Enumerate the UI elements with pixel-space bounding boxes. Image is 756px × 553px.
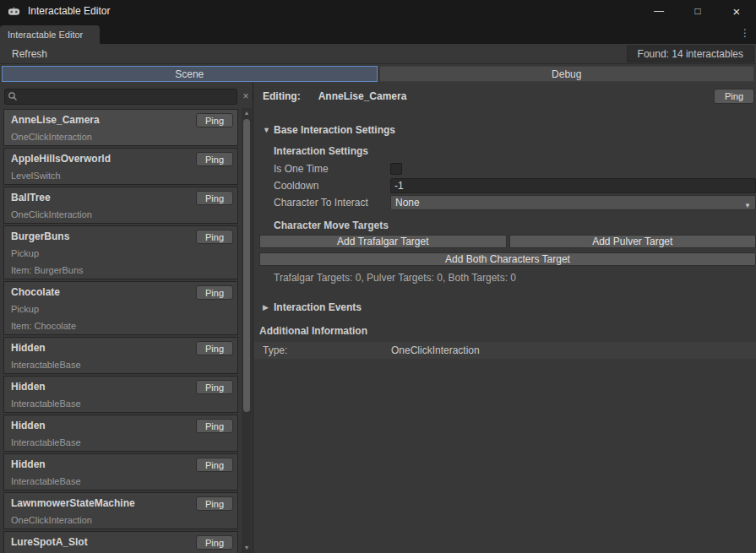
item-subtitle: OneClickInteraction [11, 131, 231, 143]
interaction-events-foldout[interactable]: ▶ Interaction Events [263, 301, 756, 314]
close-icon[interactable]: × [717, 0, 756, 22]
ping-button[interactable]: Ping [196, 341, 233, 355]
tab-debug[interactable]: Debug [379, 66, 755, 82]
interaction-settings-section: Interaction Settings Is One Time Cooldow… [274, 144, 756, 285]
character-to-interact-row: Character To Interact None ▼ [274, 194, 756, 211]
interactable-list: Ping AnneLise_Camera OneClickInteraction… [0, 108, 242, 553]
type-row: Type: OneClickInteraction [254, 342, 756, 359]
add-both-characters-target-button[interactable]: Add Both Characters Target [259, 252, 756, 266]
ping-button[interactable]: Ping [196, 496, 233, 511]
interactable-editor-window: Interactable Editor — □ × Interactable E… [0, 0, 756, 553]
cooldown-field[interactable] [390, 178, 756, 193]
item-subtitle: Pickup [11, 303, 231, 315]
type-value: OneClickInteraction [391, 344, 480, 356]
clear-search-icon[interactable]: × [240, 89, 252, 105]
editing-label: Editing: [263, 90, 301, 102]
interaction-settings-header: Interaction Settings [274, 144, 756, 159]
scene-list-panel: × Ping AnneLise_Camera OneClickInteracti… [0, 82, 253, 553]
search-input[interactable] [4, 89, 237, 105]
additional-information-header: Additional Information [259, 323, 756, 339]
dropdown-value: None [395, 197, 420, 209]
list-item[interactable]: Ping AnneLise_Camera OneClickInteraction [3, 109, 238, 146]
item-subtitle: Item: BurgerBuns [11, 264, 231, 276]
cooldown-row: Cooldown [274, 177, 756, 194]
list-item[interactable]: Ping Hidden InteractableBase [3, 415, 238, 452]
list-item[interactable]: Ping BallTree OneClickInteraction [3, 187, 238, 224]
type-label: Type: [263, 344, 391, 356]
item-subtitle: OneClickInteraction [11, 209, 231, 220]
target-buttons-row: Add Trafalgar Target Add Pulver Target [259, 235, 756, 248]
search-icon [8, 91, 18, 101]
add-pulver-target-button[interactable]: Add Pulver Target [509, 235, 756, 248]
foldout-label: Interaction Events [274, 301, 362, 313]
item-subtitle: Pickup [11, 247, 231, 259]
refresh-button[interactable]: Refresh [5, 46, 54, 62]
minimize-icon[interactable]: — [639, 0, 678, 22]
window-title: Interactable Editor [28, 5, 110, 17]
scrollbar-up-icon[interactable]: ▲ [242, 108, 252, 117]
targets-summary: Trafalgar Targets: 0, Pulver Targets: 0,… [274, 272, 756, 285]
foldout-open-icon: ▼ [263, 126, 274, 134]
search-row: × [0, 82, 253, 107]
is-one-time-checkbox[interactable] [390, 163, 402, 175]
ping-button[interactable]: Ping [196, 285, 233, 300]
ping-button[interactable]: Ping [196, 152, 233, 166]
inspector-panel: Editing: AnneLise_Camera Ping ▼ Base Int… [254, 82, 756, 553]
list-item[interactable]: Ping BurgerBuns PickupItem: BurgerBuns [3, 225, 238, 279]
foldout-closed-icon: ▶ [263, 303, 274, 312]
list-item[interactable]: Ping AppleHillsOverworld LevelSwitch [3, 148, 238, 185]
list-item[interactable]: Ping LawnmowerStateMachine OneClickInter… [3, 492, 238, 529]
view-tabs: Scene Debug [0, 66, 756, 82]
is-one-time-label: Is One Time [274, 163, 390, 175]
editing-row: Editing: AnneLise_Camera Ping [259, 88, 756, 105]
item-subtitle: InteractableBase [11, 398, 231, 409]
ping-button[interactable]: Ping [196, 535, 233, 550]
list-item[interactable]: Ping LureSpotA_Slot OneClickInteraction [3, 531, 238, 553]
list-item[interactable]: Ping Chocolate PickupItem: Chocolate [3, 281, 238, 335]
scrollbar-down-icon[interactable]: ▼ [242, 543, 252, 552]
ping-button[interactable]: Ping [196, 230, 233, 244]
item-subtitle: LevelSwitch [11, 170, 231, 182]
list-item[interactable]: Ping Hidden InteractableBase [3, 376, 238, 413]
titlebar: Interactable Editor — □ × [0, 0, 756, 22]
base-settings-foldout[interactable]: ▼ Base Interaction Settings [263, 123, 756, 137]
chevron-down-icon: ▼ [744, 199, 751, 213]
ping-button[interactable]: Ping [196, 419, 233, 433]
list-item[interactable]: Ping Hidden InteractableBase [3, 337, 238, 374]
both-target-button-row: Add Both Characters Target [259, 252, 756, 266]
editing-value: AnneLise_Camera [318, 90, 407, 102]
tab-scene[interactable]: Scene [2, 66, 378, 82]
item-subtitle: InteractableBase [11, 436, 231, 448]
maximize-icon[interactable]: □ [678, 0, 717, 22]
item-subtitle: OneClickInteraction [11, 514, 231, 526]
ping-button[interactable]: Ping [196, 380, 233, 394]
item-subtitle: InteractableBase [11, 359, 231, 371]
editor-tabbar: Interactable Editor ⋮ [0, 22, 756, 44]
list-scrollbar[interactable]: ▲ ▼ [242, 108, 252, 553]
cooldown-label: Cooldown [274, 180, 390, 192]
is-one-time-row: Is One Time [274, 160, 756, 177]
inspector-ping-button[interactable]: Ping [714, 89, 754, 104]
character-to-interact-label: Character To Interact [274, 197, 390, 209]
scrollbar-thumb[interactable] [243, 119, 250, 412]
window-controls: — □ × [639, 0, 756, 22]
menu-icon[interactable]: ⋮ [738, 26, 752, 40]
ping-button[interactable]: Ping [196, 191, 233, 205]
character-to-interact-dropdown[interactable]: None ▼ [390, 195, 756, 210]
ping-button[interactable]: Ping [196, 458, 233, 472]
foldout-label: Base Interaction Settings [274, 124, 395, 136]
move-targets-header: Character Move Targets [274, 218, 756, 233]
add-trafalgar-target-button[interactable]: Add Trafalgar Target [259, 235, 507, 248]
toolbar: Refresh Found: 14 interactables [0, 44, 756, 64]
app-icon [8, 5, 20, 18]
item-subtitle: InteractableBase [11, 475, 231, 487]
list-item[interactable]: Ping Hidden InteractableBase [3, 453, 238, 491]
tab-interactable-editor[interactable]: Interactable Editor [0, 25, 100, 44]
ping-button[interactable]: Ping [196, 113, 233, 127]
item-subtitle: Item: Chocolate [11, 320, 231, 332]
found-count-label: Found: 14 interactables [627, 46, 754, 62]
